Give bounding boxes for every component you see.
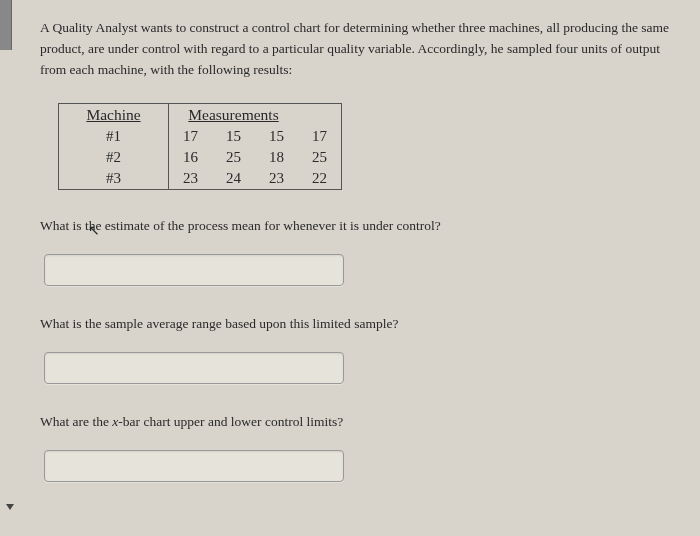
question-1: What is the estimate of the process mean… [40, 218, 672, 234]
row1-m1: 17 [169, 126, 213, 147]
row3-m2: 24 [212, 168, 255, 190]
row3-m3: 23 [255, 168, 298, 190]
row1-m2: 15 [212, 126, 255, 147]
answer-input-3[interactable] [44, 450, 344, 482]
row2-m1: 16 [169, 147, 213, 168]
header-spacer [298, 103, 342, 126]
row3-m4: 22 [298, 168, 342, 190]
row2-m3: 18 [255, 147, 298, 168]
row2-label: #2 [59, 147, 169, 168]
row1-m4: 17 [298, 126, 342, 147]
answer-input-2[interactable] [44, 352, 344, 384]
q3-pre: What are the [40, 414, 112, 429]
row2-m2: 25 [212, 147, 255, 168]
row1-m3: 15 [255, 126, 298, 147]
header-measurements: Measurements [169, 103, 299, 126]
measurements-table: Machine Measurements #1 17 15 15 17 #2 1… [58, 103, 672, 190]
dropdown-caret-icon[interactable] [6, 504, 14, 510]
page-left-marker [0, 0, 12, 50]
question-3: What are the x-bar chart upper and lower… [40, 414, 672, 430]
row1-label: #1 [59, 126, 169, 147]
row3-label: #3 [59, 168, 169, 190]
row2-m4: 25 [298, 147, 342, 168]
header-machine: Machine [59, 103, 169, 126]
problem-statement: A Quality Analyst wants to construct a c… [40, 18, 672, 81]
row3-m1: 23 [169, 168, 213, 190]
answer-input-1[interactable] [44, 254, 344, 286]
question-2: What is the sample average range based u… [40, 316, 672, 332]
q3-post: -bar chart upper and lower control limit… [118, 414, 343, 429]
